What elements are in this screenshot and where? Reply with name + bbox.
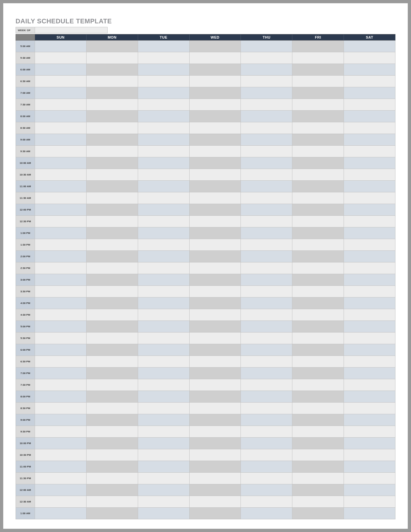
schedule-cell[interactable]: [138, 227, 190, 239]
schedule-cell[interactable]: [138, 379, 190, 391]
schedule-cell[interactable]: [190, 239, 241, 251]
schedule-cell[interactable]: [292, 368, 344, 379]
schedule-cell[interactable]: [344, 286, 395, 297]
schedule-cell[interactable]: [87, 122, 138, 134]
schedule-cell[interactable]: [344, 391, 395, 403]
schedule-cell[interactable]: [87, 52, 138, 64]
schedule-cell[interactable]: [138, 438, 190, 449]
schedule-cell[interactable]: [292, 321, 344, 332]
schedule-cell[interactable]: [190, 76, 241, 87]
schedule-cell[interactable]: [35, 216, 87, 227]
schedule-cell[interactable]: [87, 344, 138, 356]
schedule-cell[interactable]: [35, 64, 87, 76]
schedule-cell[interactable]: [138, 461, 190, 473]
schedule-cell[interactable]: [344, 449, 395, 461]
schedule-cell[interactable]: [344, 87, 395, 99]
schedule-cell[interactable]: [292, 251, 344, 262]
schedule-cell[interactable]: [87, 227, 138, 239]
schedule-cell[interactable]: [241, 181, 292, 192]
schedule-cell[interactable]: [138, 484, 190, 496]
schedule-cell[interactable]: [138, 426, 190, 438]
schedule-cell[interactable]: [190, 192, 241, 204]
schedule-cell[interactable]: [344, 181, 395, 192]
schedule-cell[interactable]: [344, 403, 395, 414]
schedule-cell[interactable]: [344, 227, 395, 239]
schedule-cell[interactable]: [35, 414, 87, 426]
schedule-cell[interactable]: [35, 169, 87, 181]
schedule-cell[interactable]: [138, 332, 190, 344]
schedule-cell[interactable]: [241, 368, 292, 379]
schedule-cell[interactable]: [35, 76, 87, 87]
schedule-cell[interactable]: [138, 508, 190, 519]
schedule-cell[interactable]: [344, 64, 395, 76]
schedule-cell[interactable]: [241, 379, 292, 391]
schedule-cell[interactable]: [344, 52, 395, 64]
schedule-cell[interactable]: [292, 87, 344, 99]
schedule-cell[interactable]: [344, 344, 395, 356]
schedule-cell[interactable]: [35, 438, 87, 449]
schedule-cell[interactable]: [241, 204, 292, 216]
schedule-cell[interactable]: [241, 251, 292, 262]
schedule-cell[interactable]: [35, 192, 87, 204]
schedule-cell[interactable]: [138, 52, 190, 64]
schedule-cell[interactable]: [241, 484, 292, 496]
schedule-cell[interactable]: [190, 52, 241, 64]
schedule-cell[interactable]: [138, 274, 190, 286]
schedule-cell[interactable]: [292, 379, 344, 391]
schedule-cell[interactable]: [35, 344, 87, 356]
schedule-cell[interactable]: [241, 227, 292, 239]
schedule-cell[interactable]: [241, 111, 292, 122]
schedule-cell[interactable]: [190, 321, 241, 332]
schedule-cell[interactable]: [241, 41, 292, 52]
schedule-cell[interactable]: [292, 461, 344, 473]
schedule-cell[interactable]: [241, 64, 292, 76]
schedule-cell[interactable]: [190, 157, 241, 169]
schedule-cell[interactable]: [87, 286, 138, 297]
schedule-cell[interactable]: [344, 122, 395, 134]
schedule-cell[interactable]: [138, 309, 190, 321]
schedule-cell[interactable]: [190, 309, 241, 321]
schedule-cell[interactable]: [87, 484, 138, 496]
schedule-cell[interactable]: [292, 286, 344, 297]
schedule-cell[interactable]: [190, 438, 241, 449]
schedule-cell[interactable]: [241, 122, 292, 134]
schedule-cell[interactable]: [344, 461, 395, 473]
schedule-cell[interactable]: [344, 473, 395, 484]
schedule-cell[interactable]: [344, 321, 395, 332]
schedule-cell[interactable]: [87, 262, 138, 274]
schedule-cell[interactable]: [138, 414, 190, 426]
schedule-cell[interactable]: [35, 204, 87, 216]
schedule-cell[interactable]: [35, 496, 87, 508]
schedule-cell[interactable]: [241, 216, 292, 227]
schedule-cell[interactable]: [241, 473, 292, 484]
schedule-cell[interactable]: [87, 321, 138, 332]
schedule-cell[interactable]: [35, 379, 87, 391]
schedule-cell[interactable]: [190, 181, 241, 192]
schedule-cell[interactable]: [241, 344, 292, 356]
schedule-cell[interactable]: [138, 391, 190, 403]
schedule-cell[interactable]: [138, 169, 190, 181]
schedule-cell[interactable]: [190, 332, 241, 344]
schedule-cell[interactable]: [138, 297, 190, 309]
schedule-cell[interactable]: [241, 169, 292, 181]
schedule-cell[interactable]: [87, 216, 138, 227]
schedule-cell[interactable]: [35, 274, 87, 286]
schedule-cell[interactable]: [292, 239, 344, 251]
schedule-cell[interactable]: [138, 122, 190, 134]
schedule-cell[interactable]: [241, 496, 292, 508]
schedule-cell[interactable]: [241, 438, 292, 449]
schedule-cell[interactable]: [190, 262, 241, 274]
schedule-cell[interactable]: [190, 41, 241, 52]
schedule-cell[interactable]: [35, 122, 87, 134]
schedule-cell[interactable]: [138, 251, 190, 262]
schedule-cell[interactable]: [87, 274, 138, 286]
schedule-cell[interactable]: [138, 344, 190, 356]
schedule-cell[interactable]: [292, 169, 344, 181]
schedule-cell[interactable]: [35, 87, 87, 99]
schedule-cell[interactable]: [190, 484, 241, 496]
schedule-cell[interactable]: [344, 216, 395, 227]
schedule-cell[interactable]: [35, 426, 87, 438]
schedule-cell[interactable]: [241, 321, 292, 332]
schedule-cell[interactable]: [190, 379, 241, 391]
schedule-cell[interactable]: [138, 403, 190, 414]
